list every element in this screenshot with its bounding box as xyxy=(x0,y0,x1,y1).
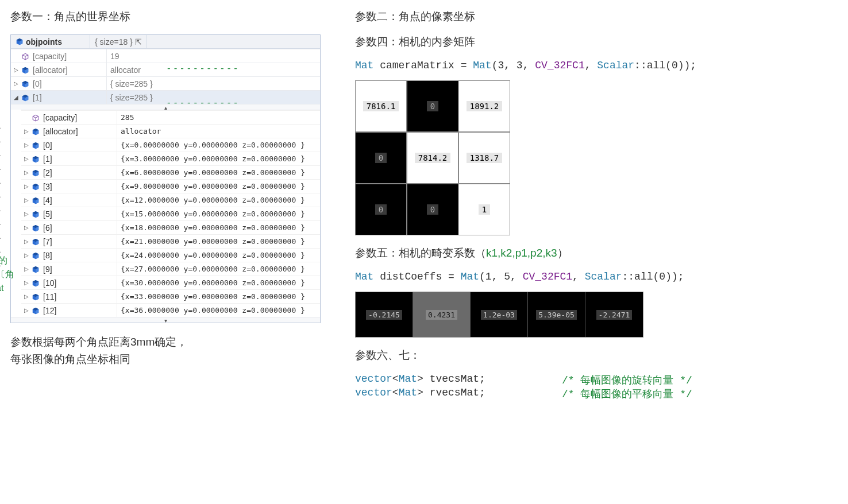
debugger-data-row[interactable]: ▷[7]{x=21.0000000 y=0.00000000 z=0.00000… xyxy=(21,234,320,248)
cube-icon xyxy=(32,154,42,163)
debugger-outer-row[interactable]: ▷[allocator]allocator xyxy=(11,63,320,76)
expander-icon[interactable]: ▷ xyxy=(11,80,21,87)
tvecs-code: vector<Mat> tvecsMat; /* 每幅图像的旋转向量 */ ve… xyxy=(355,373,838,401)
expander-icon[interactable]: ▷ xyxy=(21,197,32,203)
row-index: [11] xyxy=(42,292,117,301)
cam-matrix-cell: 1318.7 xyxy=(458,132,510,184)
row-name: [allocator] xyxy=(42,127,117,136)
debugger-data-row[interactable]: ▷[6]{x=18.0000000 y=0.00000000 z=0.00000… xyxy=(21,220,320,234)
cam-matrix-cell: 1891.2 xyxy=(458,80,510,132)
cube-icon xyxy=(32,140,42,149)
row-index: [5] xyxy=(42,210,117,219)
row-index: [9] xyxy=(42,265,117,274)
debugger-data-row[interactable]: ▷[3]{x=9.00000000 y=0.00000000 z=0.00000… xyxy=(21,179,320,193)
debugger-outer-row[interactable]: ◢[1]{ size=285 } xyxy=(11,90,320,104)
cam-matrix-cell: 0 xyxy=(407,80,458,132)
expander-icon[interactable]: ▷ xyxy=(21,183,32,189)
cube-icon xyxy=(32,250,42,259)
cube-icon xyxy=(21,51,32,60)
debugger-data-row[interactable]: ▷[10]{x=30.0000000 y=0.00000000 z=0.0000… xyxy=(21,276,320,289)
expander-icon[interactable]: ▷ xyxy=(21,238,32,245)
row-xyz: {x=12.0000000 y=0.00000000 z=0.00000000 … xyxy=(117,193,320,207)
row-value: 19 xyxy=(106,49,320,63)
debugger-data-row[interactable]: ▷[2]{x=6.00000000 y=0.00000000 z=0.00000… xyxy=(21,165,320,179)
expander-icon[interactable]: ▷ xyxy=(21,266,32,272)
row-xyz: {x=3.00000000 y=0.00000000 z=0.00000000 … xyxy=(117,152,320,165)
param67-title: 参数六、七： xyxy=(355,348,838,363)
collapse-up-arrow[interactable]: ▴ xyxy=(11,104,320,110)
dist-coeff-cell: -2.2471 xyxy=(585,292,643,337)
row-xyz: {x=24.0000000 y=0.00000000 z=0.00000000 … xyxy=(117,249,320,262)
expander-icon[interactable]: ▷ xyxy=(21,169,32,176)
debugger-data-row[interactable]: ▷[9]{x=27.0000000 y=0.00000000 z=0.00000… xyxy=(21,262,320,276)
dist-coeff-cell: 5.39e-05 xyxy=(528,292,585,337)
debugger-outer-row[interactable]: [capacity]19 xyxy=(11,49,320,63)
row-index: [2] xyxy=(42,168,117,177)
dist-coeff-cell: 0.4231 xyxy=(413,292,471,337)
left-expander-strip: ▷▷▷▷▷▷▷▷▷▷▷ xyxy=(0,124,9,270)
row-value: allocator xyxy=(117,125,320,138)
cube-icon xyxy=(32,237,42,246)
debugger-header[interactable]: objpoints { size=18 } ⇱ xyxy=(11,35,320,49)
debugger-data-row[interactable]: ▷[8]{x=24.0000000 y=0.00000000 z=0.00000… xyxy=(21,248,320,262)
expander-icon[interactable]: ▷ xyxy=(21,224,32,231)
expander-icon[interactable]: ▷ xyxy=(21,156,32,162)
row-xyz: {x=27.0000000 y=0.00000000 z=0.00000000 … xyxy=(117,262,320,276)
expander-icon[interactable]: ▷ xyxy=(21,252,32,258)
expander-icon[interactable]: ▷ xyxy=(21,211,32,217)
debugger-outer-row[interactable]: ▷[0]{ size=285 } xyxy=(11,76,320,90)
cube-icon xyxy=(16,38,24,46)
cam-matrix-cell: 0 xyxy=(355,132,407,184)
cube-icon xyxy=(32,113,42,122)
debugger-inner-header-row[interactable]: ▷[allocator]allocator xyxy=(21,124,320,138)
debugger-data-row[interactable]: ▷[12]{x=36.0000000 y=0.00000000 z=0.0000… xyxy=(21,303,320,317)
cube-icon xyxy=(32,292,42,301)
expander-icon[interactable]: ◢ xyxy=(11,94,21,100)
row-xyz: {x=15.0000000 y=0.00000000 z=0.00000000 … xyxy=(117,207,320,220)
debugger-data-row[interactable]: ▷[4]{x=12.0000000 y=0.00000000 z=0.00000… xyxy=(21,193,320,207)
dist-coeffs-code: Mat distCoeffs = Mat(1, 5, CV_32FC1, Sca… xyxy=(355,271,838,282)
cam-matrix-cell: 0 xyxy=(407,184,458,235)
cube-icon xyxy=(32,223,42,232)
debugger-var-summary: { size=18 } xyxy=(95,37,133,46)
cube-icon xyxy=(32,168,42,177)
row-name: [0] xyxy=(32,79,106,88)
background-text-fragment: ]的 〔角 at xyxy=(0,254,14,295)
pin-icon[interactable]: ⇱ xyxy=(135,37,142,46)
cube-icon xyxy=(32,264,42,273)
row-name: [capacity] xyxy=(42,113,117,122)
dist-coeffs-grid: -0.21450.42311.2e-035.39e-05-2.2471 xyxy=(355,292,643,338)
camera-matrix-code: Mat cameraMatrix = Mat(3, 3, CV_32FC1, S… xyxy=(355,60,838,71)
debugger-data-row[interactable]: ▷[11]{x=33.0000000 y=0.00000000 z=0.0000… xyxy=(21,289,320,303)
row-xyz: {x=9.00000000 y=0.00000000 z=0.00000000 … xyxy=(117,180,320,193)
row-index: [3] xyxy=(42,182,117,191)
row-xyz: {x=21.0000000 y=0.00000000 z=0.00000000 … xyxy=(117,235,320,248)
expander-icon[interactable]: ▷ xyxy=(21,293,32,300)
cube-icon xyxy=(32,195,42,204)
row-xyz: {x=18.0000000 y=0.00000000 z=0.00000000 … xyxy=(117,221,320,234)
cube-icon xyxy=(32,278,42,287)
dash-decoration-top: ----------- xyxy=(166,63,240,73)
expander-icon[interactable]: ▷ xyxy=(21,307,32,313)
row-name: [allocator] xyxy=(32,65,106,75)
row-index: [0] xyxy=(42,141,117,150)
row-value: 285 xyxy=(117,111,320,124)
expander-icon[interactable]: ▷ xyxy=(11,67,21,73)
row-index: [8] xyxy=(42,251,117,260)
expander-icon[interactable]: ▷ xyxy=(21,142,32,148)
cam-matrix-cell: 7814.2 xyxy=(407,132,458,184)
debugger-inner-header-row[interactable]: [capacity]285 xyxy=(21,110,320,124)
collapse-down-arrow[interactable]: ▾ xyxy=(11,317,320,323)
cube-icon xyxy=(21,92,32,102)
debugger-data-row[interactable]: ▷[1]{x=3.00000000 y=0.00000000 z=0.00000… xyxy=(21,152,320,165)
cube-icon xyxy=(32,181,42,191)
param1-title: 参数一：角点的世界坐标 xyxy=(10,9,332,24)
row-xyz: {x=36.0000000 y=0.00000000 z=0.00000000 … xyxy=(117,304,320,317)
cam-matrix-cell: 1 xyxy=(458,184,510,235)
debugger-data-row[interactable]: ▷[5]{x=15.0000000 y=0.00000000 z=0.00000… xyxy=(21,207,320,220)
expander-icon[interactable]: ▷ xyxy=(21,280,32,286)
debugger-var-name: objpoints xyxy=(26,37,62,46)
debugger-data-row[interactable]: ▷[0]{x=0.00000000 y=0.00000000 z=0.00000… xyxy=(21,138,320,152)
row-value: { size=285 } xyxy=(106,77,320,90)
expander-icon[interactable]: ▷ xyxy=(21,128,32,134)
